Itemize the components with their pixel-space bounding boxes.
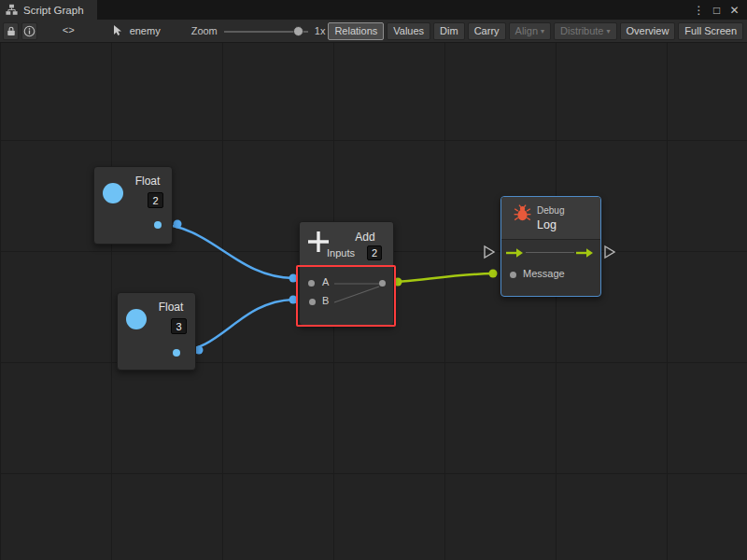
toolbar-button-dim[interactable]: Dim [433,22,465,40]
window-controls: ⋮ □ ✕ [691,0,747,20]
zoom-value: 1x [315,25,326,36]
node-title: Add [343,231,388,244]
node-title: Float [149,301,192,314]
message-port-label: Message [523,268,565,279]
inputs-label: Inputs [327,247,355,259]
node-title: Float [126,175,169,188]
edge-endpoint-dot[interactable] [289,296,298,304]
node-add[interactable]: Add Inputs 2 A B [299,221,394,326]
float-type-icon [103,183,123,203]
input-port-a[interactable] [308,280,315,287]
zoom-slider-handle[interactable] [293,26,303,36]
info-icon [23,25,35,37]
toolbar-button-relations[interactable]: Relations [328,22,384,40]
menu-kebab-icon[interactable]: ⋮ [691,4,707,17]
flow-in-arrow-icon[interactable] [506,247,524,259]
toolbar-button-align[interactable]: Align▾ [509,22,551,40]
button-label: Align [515,25,538,36]
relations-lines [300,267,395,327]
port-label-a: A [322,276,329,287]
button-label: Distribute [560,25,603,36]
edge-add-to-log-message[interactable] [383,273,493,283]
float-output-port[interactable] [173,349,180,357]
float-value-field[interactable]: 2 [148,192,163,208]
chevron-down-icon: ▾ [541,27,544,35]
node-category: Debug [537,205,564,216]
graph-breadcrumb[interactable]: enemy [113,25,161,36]
toolbar-button-distribute[interactable]: Distribute▾ [554,22,616,40]
relations-line [526,252,574,253]
output-port-sum[interactable] [379,280,386,287]
code-view-button[interactable]: <> [61,22,77,40]
flow-output-triangle[interactable] [605,246,614,258]
toolbar-buttons: Relations Values Dim Carry Align▾ Distri… [328,22,744,40]
lock-icon [6,25,17,37]
button-label: Relations [334,25,377,36]
graph-name-label: enemy [130,25,161,36]
inputs-count-field[interactable]: 2 [367,245,382,260]
lock-button[interactable] [3,22,19,40]
input-port-b[interactable] [309,299,316,305]
info-button[interactable] [21,22,37,40]
edge-endpoint-dot[interactable] [174,220,182,229]
tab-title: Script Graph [23,5,84,16]
zoom-control: Zoom 1x [191,22,326,40]
button-label: Carry [474,25,500,36]
toolbar-button-carry[interactable]: Carry [468,22,506,40]
graph-pointer-icon [113,25,124,36]
float-output-port[interactable] [154,221,162,229]
bug-icon [514,204,531,222]
port-label-b: B [322,295,329,306]
script-graph-icon [6,4,18,16]
tab-script-graph[interactable]: Script Graph [0,0,97,20]
titlebar: Script Graph ⋮ □ ✕ [0,0,747,20]
chevron-down-icon: ▾ [607,27,611,35]
flow-input-triangle[interactable] [485,246,494,258]
unity-window: Script Graph ⋮ □ ✕ <> [0,0,747,560]
graph-toolbar: <> enemy Zoom 1x Relations Values Dim Ca… [0,20,747,43]
maximize-icon[interactable]: □ [709,4,725,17]
button-label: Overview [627,25,669,36]
node-debug-log[interactable]: Debug Log Message [500,196,601,297]
edge-float1-to-add-a[interactable] [157,224,293,278]
node-float-2[interactable]: Float 3 [117,292,196,371]
button-label: Full Screen [684,25,737,36]
zoom-label: Zoom [191,25,218,36]
flow-out-arrow-icon[interactable] [576,247,594,259]
button-label: Dim [440,25,458,36]
zoom-slider[interactable] [224,22,308,40]
node-title: Log [537,218,557,231]
node-float-1[interactable]: Float 2 [93,166,173,245]
code-view-icon: <> [63,25,75,36]
float-value-field[interactable]: 3 [171,318,187,334]
edge-endpoint-dot[interactable] [489,270,498,278]
toolbar-button-values[interactable]: Values [387,22,430,40]
close-icon[interactable]: ✕ [726,4,742,17]
toolbar-button-overview[interactable]: Overview [620,22,676,40]
message-input-port[interactable] [510,272,516,278]
toolbar-button-fullscreen[interactable]: Full Screen [678,22,743,40]
float-type-icon [126,309,147,329]
button-label: Values [393,25,424,36]
edge-endpoint-dot[interactable] [289,274,298,283]
graph-canvas[interactable]: Float 2 Float 3 Add Inputs 2 A [0,43,747,560]
